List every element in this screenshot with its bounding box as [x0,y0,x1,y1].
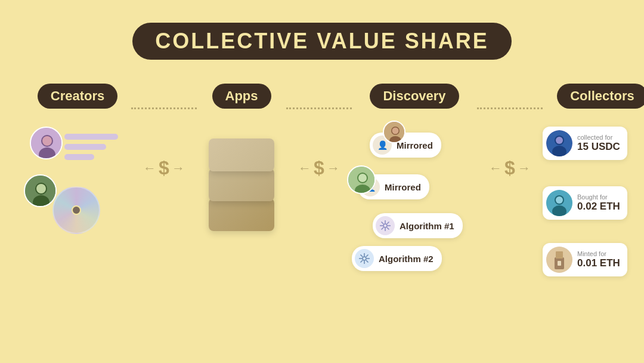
apps-content [197,127,286,246]
svg-point-25 [363,257,366,260]
svg-point-16 [383,224,387,227]
svg-rect-44 [556,251,563,259]
svg-point-37 [556,137,563,144]
svg-point-15 [358,174,367,182]
svg-line-22 [387,227,389,230]
mirrored-label-2: Mirrored [385,182,421,192]
collector-amount-2: 0.02 ETH [577,201,620,213]
creators-content [24,127,131,258]
svg-line-30 [361,255,363,257]
collector-avatar-1 [546,130,572,156]
dollar-arrow-2: ← $ → [298,157,340,179]
right-arrow-1: → [172,161,185,176]
collector-amount-1: 15 USDC [577,141,620,153]
left-arrow-2: ← [298,161,311,176]
collectors-column: Collectors collected for 15 USDC [543,84,644,282]
svg-line-21 [382,222,384,224]
creator-avatar-1 [30,127,63,159]
svg-point-7 [36,184,46,193]
stack-layer-3 [209,198,274,231]
dot-line-2 [286,107,352,109]
collector-card-1: collected for 15 USDC [543,127,627,160]
collector-info-1: collected for 15 USDC [577,134,620,153]
dot-line-3 [477,107,543,109]
collector-card-2: Bought for 0.02 ETH [543,186,627,220]
dollar-sign-2: $ [314,157,324,179]
apps-column: Apps [197,84,286,246]
discovery-content: 👤 Mirrored 👤 Mirrored [352,127,477,270]
discovery-avatar-2 [347,165,376,194]
collector-amount-3: 0.01 ETH [577,257,620,269]
collector-info-2: Bought for 0.02 ETH [577,193,620,213]
svg-rect-45 [558,261,561,266]
dollar-arrow-3: ← $ → [489,157,531,179]
connector-1: ← $ → [131,84,197,179]
collectors-content: collected for 15 USDC Bought for 0.02 [543,127,644,282]
collector-label-1: collected for [577,134,620,141]
text-line-3 [64,154,94,160]
collector-avatar-2 [546,190,572,216]
dot-line-1 [131,107,197,109]
main-title: COLLECTIVE VALUE SHARE [0,0,644,78]
creators-column: Creators [24,84,131,258]
algo-icon-1 [376,216,395,235]
connector-2: ← $ → [286,84,352,179]
discovery-label: Discovery [370,84,459,109]
text-line-2 [64,144,106,150]
discovery-column: Discovery 👤 Mirrored [352,84,477,270]
collectors-label: Collectors [557,84,644,109]
discovery-item-algo-1: Algorithm #1 [373,213,463,238]
svg-line-23 [387,222,389,224]
svg-point-41 [556,196,563,204]
svg-line-31 [366,260,369,263]
algo-label-1: Algorithm #1 [400,221,454,231]
connector-3: ← $ → [477,84,543,179]
collector-card-3: Minted for 0.01 ETH [543,243,627,276]
stack-layers [206,139,277,234]
right-arrow-3: → [518,161,531,176]
collector-label-2: Bought for [577,193,620,201]
apps-label: Apps [212,84,271,109]
svg-point-3 [42,136,52,146]
stack-layer-1 [209,139,274,171]
creator-text-preview [64,134,118,160]
discovery-item-algo-2: Algorithm #2 [352,246,442,271]
collector-label-3: Minted for [577,250,620,257]
creator-avatar-2 [24,174,57,207]
svg-line-33 [361,260,363,263]
collector-avatar-3 [546,247,572,273]
right-arrow-2: → [327,161,340,176]
dollar-sign-1: $ [159,157,169,179]
discovery-item-mirrored-1: 👤 Mirrored [370,133,441,158]
stack-layer-2 [209,168,274,201]
discovery-floating-avatar [383,121,405,143]
svg-line-24 [382,227,384,230]
algo-label-2: Algorithm #2 [379,254,434,264]
dollar-sign-3: $ [504,157,515,179]
mirrored-label-1: Mirrored [397,140,433,150]
cd-disc [52,186,100,234]
left-arrow-1: ← [143,161,156,176]
dollar-arrow-1: ← $ → [143,157,185,179]
algo-icon-2 [355,249,374,268]
creators-label: Creators [38,84,117,109]
svg-line-32 [366,255,369,257]
cd-center [72,205,81,215]
collector-info-3: Minted for 0.01 ETH [577,250,620,269]
svg-point-11 [392,128,399,134]
left-arrow-3: ← [489,161,502,176]
text-line-1 [64,134,118,140]
